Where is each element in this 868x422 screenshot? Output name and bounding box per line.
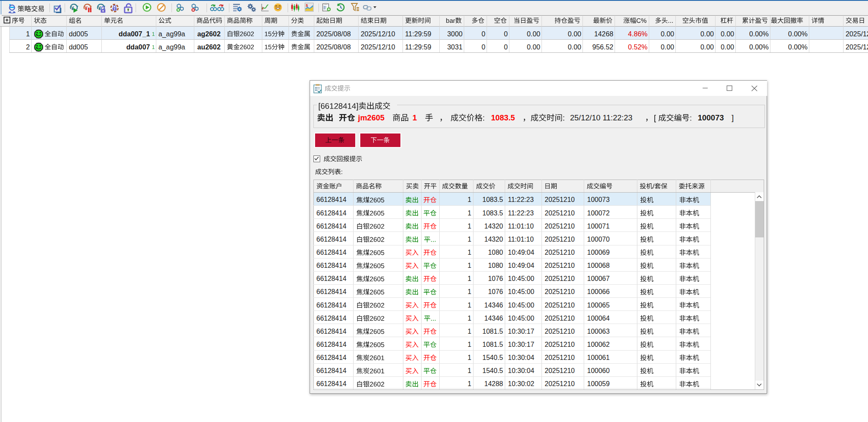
svg-text:¥: ¥ <box>98 5 101 11</box>
svg-text:¥: ¥ <box>85 5 88 11</box>
svg-text:$: $ <box>306 3 308 8</box>
